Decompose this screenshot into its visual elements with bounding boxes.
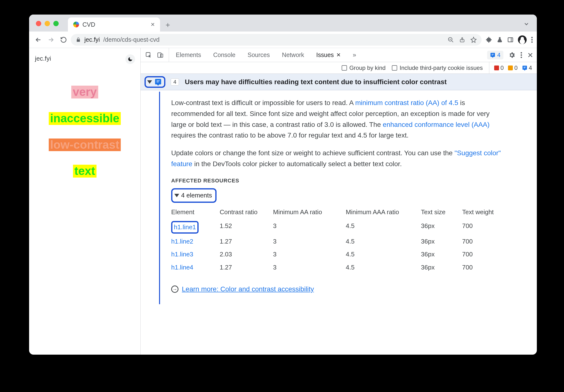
tab-network[interactable]: Network bbox=[277, 48, 310, 62]
page-viewport: jec.fyi very inaccessible low-contrast t… bbox=[29, 48, 141, 355]
svg-rect-2 bbox=[508, 38, 513, 42]
devtools-tabs: Elements Console Sources Network Issues✕… bbox=[141, 48, 537, 62]
address-bar[interactable]: jec.fyi/demo/cds-quest-cvd bbox=[71, 34, 481, 46]
sample-text-list: very inaccessible low-contrast text bbox=[33, 86, 136, 178]
new-tab-button[interactable]: ＋ bbox=[163, 19, 173, 30]
element-link[interactable]: h1.line2 bbox=[171, 238, 193, 245]
browser-window: CVD × ＋ jec.fyi/demo/cds-quest-cvd bbox=[29, 14, 537, 355]
maximize-window-button[interactable] bbox=[53, 21, 59, 26]
browser-tab[interactable]: CVD × bbox=[68, 17, 160, 31]
issues-list: 4 Users may have difficulties reading te… bbox=[141, 74, 537, 355]
issue-header[interactable]: 4 Users may have difficulties reading te… bbox=[141, 74, 537, 90]
arrow-circle-icon: → bbox=[171, 285, 179, 293]
sample-line-3: low-contrast bbox=[49, 139, 121, 151]
elements-toggle[interactable]: 4 elements bbox=[171, 188, 217, 203]
theme-toggle-button[interactable] bbox=[125, 54, 135, 64]
affected-resources-label: AFFECTED RESOURCES bbox=[171, 176, 504, 185]
tabs-menu-button[interactable] bbox=[523, 21, 530, 27]
sample-line-2: inaccessible bbox=[49, 112, 121, 125]
table-row: h1.line3 2.03 3 4.5 36px 700 bbox=[171, 248, 504, 261]
link-aaa-level[interactable]: enhanced conformance level (AAA) bbox=[383, 121, 490, 128]
issue-title: Users may have difficulties reading text… bbox=[185, 78, 447, 86]
svg-point-5 bbox=[531, 41, 533, 43]
warning-count: 0 bbox=[508, 65, 517, 71]
learn-more-link[interactable]: Learn more: Color and contrast accessibi… bbox=[182, 284, 314, 295]
caret-down-icon bbox=[147, 80, 152, 84]
element-link[interactable]: h1.line4 bbox=[171, 264, 193, 271]
svg-point-4 bbox=[531, 39, 533, 41]
device-icon[interactable] bbox=[156, 50, 165, 60]
close-icon[interactable]: ✕ bbox=[336, 52, 341, 58]
affected-elements-table: Element Contrast ratio Minimum AA ratio … bbox=[171, 207, 504, 274]
error-count: 0 bbox=[494, 65, 504, 71]
tab-issues[interactable]: Issues✕ bbox=[311, 48, 346, 62]
table-row: h1.line1 1.52 3 4.5 36px 700 bbox=[171, 220, 504, 235]
sample-line-1: very bbox=[71, 86, 98, 98]
issues-count: 4 bbox=[497, 52, 500, 58]
back-button[interactable] bbox=[33, 34, 44, 45]
elements-count-label: 4 elements bbox=[181, 190, 212, 201]
svg-point-9 bbox=[521, 52, 522, 53]
sidepanel-icon[interactable] bbox=[507, 37, 514, 43]
issue-count-badge: 4 bbox=[171, 78, 179, 86]
link-contrast-ratio[interactable]: minimum contrast ratio (AA) of 4.5 bbox=[355, 99, 458, 107]
svg-point-11 bbox=[521, 56, 522, 58]
share-icon[interactable] bbox=[459, 37, 465, 43]
extensions-icon[interactable] bbox=[486, 37, 492, 43]
svg-point-3 bbox=[531, 37, 533, 38]
url-host: jec.fyi bbox=[84, 36, 100, 43]
info-count: 4 bbox=[522, 65, 532, 71]
col-element: Element bbox=[171, 207, 220, 217]
caret-down-icon bbox=[174, 194, 179, 197]
bookmark-icon[interactable] bbox=[470, 37, 477, 43]
minimize-window-button[interactable] bbox=[45, 21, 50, 26]
forward-button[interactable] bbox=[46, 34, 56, 45]
close-window-button[interactable] bbox=[36, 21, 41, 26]
reload-button[interactable] bbox=[58, 34, 69, 45]
issue-description: Low-contrast text is difficult or imposs… bbox=[160, 90, 514, 304]
col-contrast: Contrast ratio bbox=[220, 207, 273, 217]
kebab-menu-icon[interactable] bbox=[520, 52, 522, 58]
settings-icon[interactable] bbox=[508, 51, 515, 59]
profile-avatar[interactable] bbox=[518, 35, 527, 44]
page-title: jec.fyi bbox=[35, 55, 136, 62]
group-by-kind-checkbox[interactable]: Group by kind bbox=[342, 65, 385, 71]
element-link[interactable]: h1.line1 bbox=[174, 224, 196, 231]
url-path: /demo/cds-quest-cvd bbox=[103, 36, 160, 43]
third-party-checkbox[interactable]: Include third-party cookie issues bbox=[392, 65, 483, 71]
close-tab-icon[interactable]: × bbox=[151, 21, 155, 28]
sample-line-4: text bbox=[73, 165, 96, 178]
expand-toggle[interactable] bbox=[145, 76, 165, 88]
tabs-overflow-button[interactable]: » bbox=[347, 48, 361, 62]
tab-sources[interactable]: Sources bbox=[242, 48, 275, 62]
col-weight: Text weight bbox=[462, 207, 506, 217]
col-size: Text size bbox=[421, 207, 462, 217]
devtools-panel: Elements Console Sources Network Issues✕… bbox=[141, 48, 537, 355]
tab-elements[interactable]: Elements bbox=[170, 48, 206, 62]
tab-console[interactable]: Console bbox=[208, 48, 241, 62]
svg-point-10 bbox=[521, 54, 522, 56]
kebab-menu-icon[interactable] bbox=[531, 36, 533, 43]
message-icon bbox=[154, 78, 162, 86]
element-link[interactable]: h1.line3 bbox=[171, 251, 193, 258]
window-controls bbox=[36, 21, 59, 26]
inspect-icon[interactable] bbox=[144, 50, 153, 60]
issues-count-chip[interactable]: 4 bbox=[487, 51, 503, 59]
col-aaa: Minimum AAA ratio bbox=[346, 207, 421, 217]
table-row: h1.line4 1.27 3 4.5 36px 700 bbox=[171, 261, 504, 274]
close-devtools-icon[interactable] bbox=[527, 52, 534, 58]
issues-filter-bar: Group by kind Include third-party cookie… bbox=[141, 62, 537, 74]
tab-strip: CVD × ＋ bbox=[29, 14, 537, 31]
toolbar: jec.fyi/demo/cds-quest-cvd bbox=[29, 31, 537, 48]
zoom-icon[interactable] bbox=[448, 37, 454, 43]
favicon-icon bbox=[73, 22, 79, 28]
table-row: h1.line2 1.27 3 4.5 36px 700 bbox=[171, 235, 504, 248]
lock-icon bbox=[76, 37, 81, 42]
tab-title: CVD bbox=[83, 21, 95, 28]
col-aa: Minimum AA ratio bbox=[273, 207, 346, 217]
labs-icon[interactable] bbox=[496, 37, 503, 43]
